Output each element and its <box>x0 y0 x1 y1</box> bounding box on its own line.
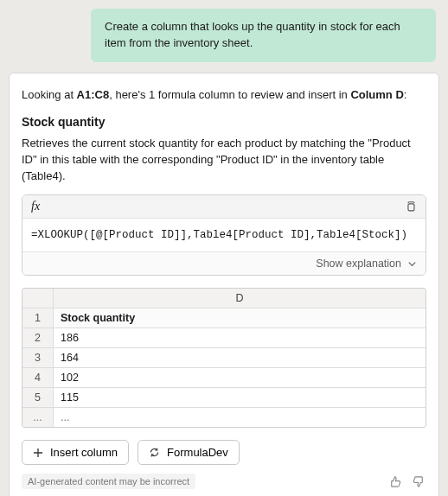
insert-column-button[interactable]: Insert column <box>22 440 129 465</box>
intro-range: A1:C8 <box>77 88 110 101</box>
user-prompt-text: Create a column that looks up the quanti… <box>105 20 400 49</box>
copy-icon[interactable] <box>405 200 417 213</box>
table-row: 2 186 <box>22 327 426 347</box>
row-number-header <box>22 289 54 308</box>
section-title: Stock quantity <box>22 115 426 129</box>
card-footer: Insert column FormulaDev <box>22 440 426 465</box>
user-prompt-bubble: Create a column that looks up the quanti… <box>91 9 436 62</box>
svg-rect-0 <box>408 204 414 211</box>
cell: 102 <box>54 368 426 387</box>
table-row-ellipsis: ... ... <box>22 407 426 427</box>
row-number: 3 <box>22 348 54 367</box>
intro-target: Column D <box>350 88 403 101</box>
table-header-row: D <box>22 289 426 308</box>
cell: 186 <box>54 328 426 347</box>
thumbs-up-icon[interactable] <box>387 474 402 489</box>
intro-suffix: : <box>404 88 407 101</box>
column-header: D <box>54 289 426 308</box>
show-explanation-label: Show explanation <box>316 258 401 270</box>
intro-mid: , here's 1 formula column to review and … <box>109 88 350 101</box>
chevron-down-icon <box>406 258 417 269</box>
plus-icon <box>33 448 43 458</box>
insert-column-label: Insert column <box>50 446 118 459</box>
row-number: 4 <box>22 368 54 387</box>
table-row: 4 102 <box>22 367 426 387</box>
table-row: 1 Stock quantity <box>22 308 426 327</box>
formula-text[interactable]: =XLOOKUP([@[Product ID]],Table4[Product … <box>22 219 426 252</box>
response-card: Looking at A1:C8, here's 1 formula colum… <box>9 73 439 496</box>
cell: 115 <box>54 388 426 407</box>
preview-table: D 1 Stock quantity 2 186 3 164 4 102 5 1… <box>22 288 426 428</box>
table-row: 5 115 <box>22 387 426 407</box>
row-number: 1 <box>22 308 54 327</box>
formula-box: fx =XLOOKUP([@[Product ID]],Table4[Produ… <box>22 194 426 276</box>
fx-label: fx <box>31 200 40 213</box>
fx-bar: fx <box>22 195 426 219</box>
feedback-controls <box>387 474 426 489</box>
cell: Stock quantity <box>54 308 426 327</box>
ai-disclaimer: AI-generated content may be incorrect <box>22 474 195 489</box>
intro-line: Looking at A1:C8, here's 1 formula colum… <box>22 87 426 103</box>
disclaimer-row: AI-generated content may be incorrect <box>22 474 426 489</box>
row-number: 5 <box>22 388 54 407</box>
formuladev-label: FormulaDev <box>167 446 228 459</box>
formuladev-button[interactable]: FormulaDev <box>138 440 240 465</box>
row-number: 2 <box>22 328 54 347</box>
thumbs-down-icon[interactable] <box>411 474 426 489</box>
cell: 164 <box>54 348 426 367</box>
cell: ... <box>54 408 426 427</box>
refresh-icon <box>149 447 160 458</box>
formula-description: Retrieves the current stock quantity for… <box>22 136 426 185</box>
table-row: 3 164 <box>22 347 426 367</box>
show-explanation-toggle[interactable]: Show explanation <box>22 252 426 275</box>
intro-prefix: Looking at <box>22 88 77 101</box>
row-number: ... <box>22 408 54 427</box>
